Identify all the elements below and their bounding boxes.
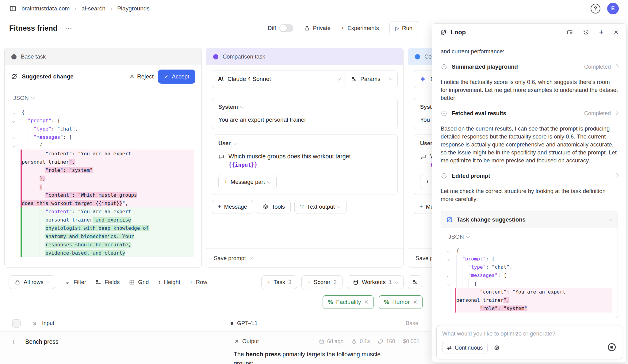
factuality-badge[interactable]: % Factuality ✕ — [323, 295, 374, 309]
tools-icon — [262, 204, 269, 210]
tool-call-row[interactable]: Fetched eval results Completed — [441, 110, 618, 117]
height-icon: ↕ — [158, 279, 161, 286]
top-bar: braintrustdata.com › ai-search › Playgro… — [0, 0, 628, 17]
close-icon[interactable]: ✕ — [614, 29, 618, 36]
anthropic-icon: A\ — [218, 76, 223, 83]
base-json-editor[interactable]: JSON {"prompt": {"type": "chat","message… — [5, 88, 201, 267]
scorer-badges: % Factuality ✕ % Humor ✕ — [323, 295, 423, 309]
model-selector[interactable]: A\ Claude 4 Sonnet — [212, 70, 346, 88]
accept-button[interactable]: ✓ Accept — [158, 70, 195, 84]
private-button[interactable]: Private — [304, 25, 331, 32]
base-task-code[interactable]: {"prompt": {"type": "chat","messages": [… — [10, 108, 194, 257]
chevron-down-icon — [609, 217, 613, 221]
task-change-icon — [446, 217, 453, 223]
run-button[interactable]: ▷ Run — [389, 21, 418, 35]
breadcrumb-separator: › — [110, 5, 112, 12]
all-rows-dropdown[interactable]: All rows — [9, 275, 55, 289]
tool-call-row[interactable]: Edited prompt — [441, 173, 618, 179]
base-task-column: Base task Suggested change ✕ Reject ✓ Ac… — [4, 48, 202, 268]
output-text[interactable]: The bench press primarily targets the fo… — [234, 350, 387, 364]
params-dropdown[interactable]: Params — [346, 70, 397, 88]
tools-button[interactable]: Tools — [257, 200, 291, 214]
view-settings-button[interactable] — [408, 275, 422, 289]
assistant-text: Let me check the correct structure by lo… — [441, 187, 618, 203]
text-output-dropdown[interactable]: T Text output — [294, 200, 347, 214]
table-row[interactable]: 1 Bench press Output 6d ago 0.1s 160 $0.… — [0, 332, 431, 364]
humor-badge[interactable]: % Humor ✕ — [379, 295, 423, 309]
breadcrumb-project[interactable]: ai-search — [82, 5, 105, 12]
loop-conversation[interactable]: and current performance: Summarized play… — [432, 41, 626, 323]
base-task-header: Base task — [5, 48, 201, 65]
task-change-suggestions-card[interactable]: Task change suggestions JSON {"prompt": … — [441, 211, 618, 318]
plus-icon: + — [341, 25, 344, 32]
dataset-dropdown[interactable]: Workouts 1 — [347, 275, 404, 289]
continuous-mode-button[interactable]: ⇄ Continuous — [442, 342, 488, 354]
json-mode-dropdown[interactable]: JSON — [448, 233, 469, 240]
height-button[interactable]: ↕ Height — [158, 279, 180, 286]
help-icon[interactable]: ? — [591, 4, 600, 13]
system-message-card[interactable]: System You are an expert personal traine… — [212, 98, 398, 129]
percent-icon: % — [384, 299, 389, 305]
tool-call-row[interactable]: Summarized playground Completed — [441, 63, 618, 70]
experiments-button[interactable]: + Experiments — [341, 25, 379, 32]
grid-button[interactable]: Grid — [129, 279, 149, 286]
model-dot-icon — [231, 322, 233, 325]
save-prompt-dropdown[interactable]: Save prompt — [206, 248, 403, 267]
model-column-header[interactable]: GPT-4.1 — [237, 320, 258, 327]
user-message-card[interactable]: User Which muscle groups does this worko… — [212, 135, 398, 195]
add-row-button[interactable]: + Row — [190, 279, 207, 286]
fields-icon — [95, 279, 101, 285]
loop-input-box[interactable]: What would you like to optimize or gener… — [436, 325, 622, 359]
comparison-task-header: Comparison task — [206, 48, 403, 65]
grid-toolbar: All rows Filter Fields Grid ↕ Height + R… — [4, 275, 426, 289]
filter-button[interactable]: Filter — [64, 279, 86, 286]
close-icon[interactable]: ✕ — [413, 299, 417, 305]
title-bar: Fitness friend ⋯ Diff Private + Experime… — [0, 17, 431, 39]
reject-button[interactable]: ✕ Reject — [129, 73, 154, 80]
more-icon[interactable]: ⋯ — [65, 24, 73, 32]
row-input-value[interactable]: Bench press — [25, 338, 58, 364]
message-bubble-icon — [218, 154, 224, 160]
table-header: Input GPT-4.1 Base — [0, 315, 431, 332]
add-scorer-button[interactable]: + Scorer 2 — [301, 275, 343, 289]
diff-label: Diff — [268, 25, 276, 32]
tool-status-icon — [441, 63, 447, 70]
user-role-dropdown[interactable]: User — [218, 140, 236, 147]
system-message-text[interactable]: You are an expert personal trainer — [218, 116, 391, 123]
add-message-button[interactable]: + Message — [212, 200, 253, 214]
card-header[interactable]: Task change suggestions — [441, 211, 618, 228]
select-all-checkbox[interactable] — [12, 319, 21, 328]
message-part-button[interactable]: + Message part — [218, 175, 277, 189]
history-icon[interactable] — [583, 29, 589, 35]
suggested-code[interactable]: {"prompt": {"type": "chat","messages": [… — [445, 246, 612, 313]
breadcrumb-section[interactable]: Playgrounds — [117, 5, 150, 12]
breadcrumb-org[interactable]: braintrustdata.com — [21, 5, 70, 12]
avatar[interactable]: E — [607, 3, 619, 14]
dataset-count: 1 — [389, 279, 392, 286]
tool-status: Completed — [584, 110, 611, 117]
close-icon[interactable]: ✕ — [364, 299, 369, 305]
new-chat-icon[interactable]: + — [599, 28, 603, 36]
play-icon: ▷ — [395, 25, 399, 31]
suggested-change-bar: Suggested change ✕ Reject ✓ Accept — [5, 65, 201, 88]
grid-icon — [129, 279, 135, 285]
stop-button[interactable] — [607, 343, 616, 353]
sidebar-toggle-icon[interactable] — [9, 5, 17, 12]
fields-button[interactable]: Fields — [95, 279, 120, 286]
row-number: 1 — [12, 338, 15, 364]
input-column-header[interactable]: Input — [42, 320, 54, 327]
user-message-text[interactable]: Which muscle groups does this workout ta… — [228, 153, 351, 168]
plus-icon: + — [190, 279, 193, 286]
json-mode-dropdown[interactable]: JSON — [13, 95, 34, 101]
tokens-icon — [378, 339, 383, 344]
popout-icon[interactable] — [567, 29, 573, 35]
diff-toggle[interactable] — [279, 24, 293, 32]
diff-toggle-group[interactable]: Diff — [268, 24, 293, 32]
system-role-dropdown[interactable]: System — [218, 104, 244, 110]
assistant-text: Based on the current results, I can see … — [441, 125, 618, 165]
database-icon — [353, 279, 359, 285]
add-task-button[interactable]: + Task 3 — [261, 275, 297, 289]
gear-icon[interactable] — [494, 345, 500, 351]
loop-input-placeholder[interactable]: What would you like to optimize or gener… — [442, 330, 616, 337]
breadcrumb-separator: › — [75, 5, 76, 12]
